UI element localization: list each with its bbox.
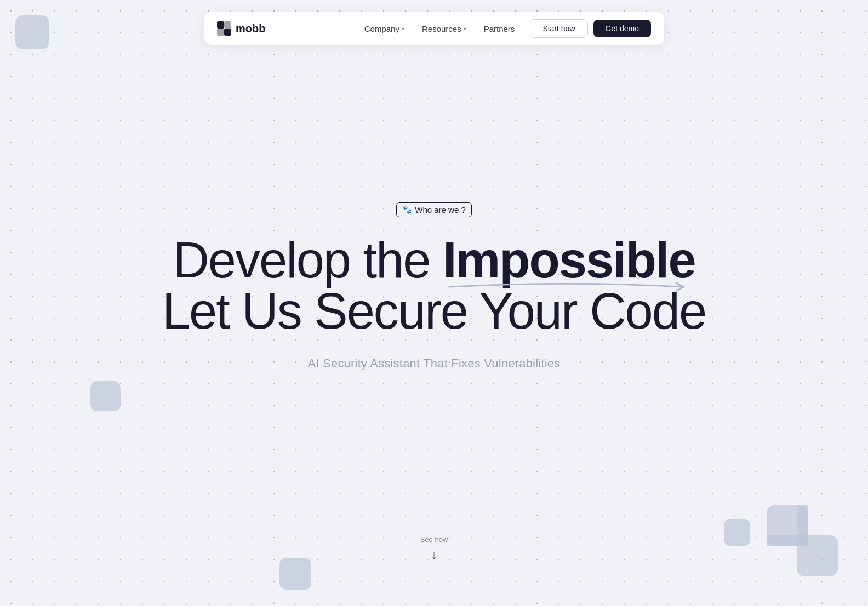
svg-rect-4 — [217, 21, 224, 29]
brand-name: mobb — [236, 22, 265, 35]
nav-company[interactable]: Company ▾ — [364, 24, 404, 33]
navbar: mobb Company ▾ Resources ▾ Partners Star… — [204, 12, 664, 45]
see-how-section[interactable]: See how ↓ — [420, 535, 448, 562]
svg-rect-6 — [224, 21, 231, 29]
arrow-down-icon: ↓ — [431, 548, 437, 562]
svg-rect-7 — [217, 29, 224, 36]
who-badge-label: Who are we ? — [415, 205, 466, 214]
logo-icon — [217, 21, 231, 36]
impossible-underline-arrow — [443, 278, 695, 296]
chevron-down-icon: ▾ — [402, 26, 404, 32]
nav-partners[interactable]: Partners — [484, 24, 515, 33]
logo[interactable]: mobb — [217, 21, 265, 36]
hero-line1-normal: Develop the — [173, 232, 443, 288]
hero-section: 🐾 Who are we ? Develop the Impossible Le… — [0, 0, 868, 606]
hero-impossible-word: Impossible — [443, 233, 695, 288]
see-how-label: See how — [420, 535, 448, 543]
person-icon: 🐾 — [402, 205, 412, 214]
nav-links: Company ▾ Resources ▾ Partners — [364, 24, 515, 33]
chevron-down-icon: ▾ — [464, 26, 466, 32]
who-are-we-badge[interactable]: 🐾 Who are we ? — [396, 202, 472, 217]
nav-resources[interactable]: Resources ▾ — [422, 24, 466, 33]
start-now-button[interactable]: Start now — [530, 19, 587, 38]
svg-rect-5 — [224, 29, 231, 36]
hero-line1: Develop the Impossible — [162, 233, 706, 288]
hero-heading: Develop the Impossible Let Us Secure You… — [162, 233, 706, 339]
hero-subtitle: AI Security Assistant That Fixes Vulnera… — [308, 356, 561, 371]
get-demo-button[interactable]: Get demo — [593, 20, 651, 37]
